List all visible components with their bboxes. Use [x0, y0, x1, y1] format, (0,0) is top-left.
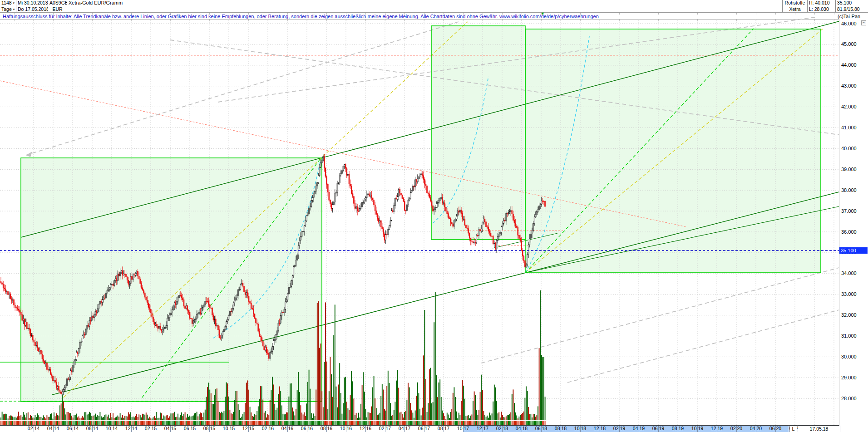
price-axis-label: 45.000 — [841, 41, 868, 47]
date-axis-label: 0419 — [629, 426, 648, 432]
date-axis-label: 0620 — [766, 426, 785, 432]
disclaimer-text: Haftungsausschluss für Inhalte: Alle Tre… — [3, 14, 599, 19]
date-axis-label: 1219 — [707, 426, 726, 432]
date-axis-label: 1216 — [356, 426, 375, 432]
date-axis-label: 0216 — [258, 426, 277, 432]
date-axis-label: 1215 — [239, 426, 258, 432]
price-axis-label: 40.000 — [841, 146, 868, 152]
date-axis-label: 1018 — [571, 426, 590, 432]
date-axis-label: 1017 — [454, 426, 473, 432]
date-axis-label: 0414 — [44, 426, 63, 432]
current-price-badge: 35.100 — [839, 247, 868, 254]
date-axis-label: 1217 — [473, 426, 492, 432]
date-axis-label: 0814 — [83, 426, 102, 432]
last-bar-marker: L — [789, 426, 797, 432]
price-axis-label: 44.000 — [841, 62, 868, 68]
price-axis-label: 30.000 — [841, 354, 868, 360]
date-axis-label: 0220 — [727, 426, 746, 432]
date-axis-label: 0818 — [551, 426, 570, 432]
price-axis-label: 36.000 — [841, 229, 868, 235]
date-axis-label: 0219 — [610, 426, 629, 432]
price-axis-label: 32.000 — [841, 312, 868, 318]
price-axis-label: 42.000 — [841, 104, 868, 110]
channel-box-fills — [21, 26, 821, 402]
date-axis-label: 1214 — [122, 426, 141, 432]
date-axis-label: 1019 — [688, 426, 707, 432]
date-axis: 0214041406140814101412140215041506150815… — [0, 426, 868, 432]
date-axis-label: 1014 — [102, 426, 121, 432]
copyright-label: (c)Tai-Pan — [838, 14, 860, 19]
date-axis-label: 1015 — [219, 426, 238, 432]
price-axis-label: 38.000 — [841, 187, 868, 193]
date-axis-label: 0816 — [317, 426, 336, 432]
scroll-position-marker-icon[interactable]: ▼ — [541, 11, 545, 16]
date-axis-label: 0417 — [395, 426, 414, 432]
collapse-icon[interactable]: − — [861, 20, 866, 25]
taipan-chart-window: 1148 ▾ Tage ▾ Mi 30.10.2013 Do 17.05.201… — [0, 0, 868, 432]
date-axis-label: 0615 — [180, 426, 199, 432]
date-axis-label: 0416 — [278, 426, 297, 432]
date-axis-label: 0817 — [434, 426, 453, 432]
price-axis-label: 34.000 — [841, 270, 868, 276]
date-axis-label: 0217 — [375, 426, 395, 432]
candle-color-strip — [0, 421, 546, 425]
price-axis-label: 37.000 — [841, 208, 868, 214]
date-axis-label: 0218 — [493, 426, 512, 432]
date-axis-label: 0214 — [24, 426, 43, 432]
date-axis-label: 0617 — [414, 426, 434, 432]
date-axis-label: 0618 — [532, 426, 551, 432]
date-axis-label: 1016 — [336, 426, 355, 432]
price-axis-label: 39.000 — [841, 167, 868, 172]
price-chart-canvas[interactable] — [0, 0, 868, 432]
price-axis-label: 29.000 — [841, 375, 868, 381]
date-axis-label: 0616 — [297, 426, 316, 432]
price-axis-label: 33.000 — [841, 291, 868, 297]
price-axis-label: 28.000 — [841, 396, 868, 402]
date-axis-label: 0614 — [63, 426, 82, 432]
date-axis-label: 0418 — [512, 426, 531, 432]
date-axis-label: 0815 — [200, 426, 219, 432]
date-axis-label: 0415 — [161, 426, 180, 432]
date-axis-label: 1218 — [590, 426, 609, 432]
price-axis-label: 41.000 — [841, 125, 868, 131]
date-axis-label: 0215 — [141, 426, 160, 432]
last-date-box: 17.05.18 — [798, 426, 840, 432]
price-axis-label: 31.000 — [841, 333, 868, 339]
date-axis-label: 0420 — [746, 426, 765, 432]
date-axis-label: 0819 — [668, 426, 687, 432]
date-axis-label: 0619 — [649, 426, 668, 432]
price-axis-label: 43.000 — [841, 83, 868, 89]
